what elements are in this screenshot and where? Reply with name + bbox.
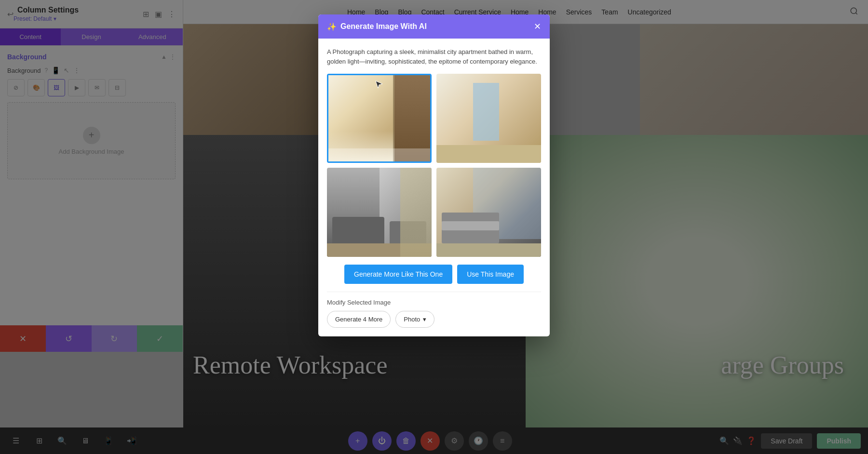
image-1-preview [328,75,430,161]
modal-body: A Photograph capturing a sleek, minimali… [318,39,550,336]
image-4-preview [436,168,541,257]
generated-image-4[interactable] [436,168,541,257]
generated-images-grid [327,74,541,257]
modify-controls: Generate 4 More Photo ▾ [327,311,541,328]
modal-title: ✨ Generate Image With AI [327,22,427,31]
chevron-down-icon: ▾ [423,316,426,323]
modal-action-buttons: Generate More Like This One Use This Ima… [327,265,541,284]
image-2-preview [436,74,541,163]
modal-overlay: ✨ Generate Image With AI ✕ A Photograph … [0,0,868,454]
modal-close-button[interactable]: ✕ [534,21,541,32]
wand-icon: ✨ [327,22,337,31]
photo-type-select[interactable]: Photo ▾ [395,311,434,328]
generated-image-1[interactable] [327,74,432,163]
cursor-in-image [375,80,384,92]
modify-section: Modify Selected Image Generate 4 More Ph… [327,292,541,328]
generate-image-modal: ✨ Generate Image With AI ✕ A Photograph … [318,14,550,336]
modify-title: Modify Selected Image [327,299,541,306]
generated-image-3[interactable] [327,168,432,257]
image-3-preview [327,168,432,257]
modal-header: ✨ Generate Image With AI ✕ [318,14,550,39]
generate-count-button[interactable]: Generate 4 More [327,311,391,328]
generated-image-2[interactable] [436,74,541,163]
use-image-button[interactable]: Use This Image [457,265,524,284]
generate-more-button[interactable]: Generate More Like This One [344,265,452,284]
modal-description: A Photograph capturing a sleek, minimali… [327,47,541,66]
